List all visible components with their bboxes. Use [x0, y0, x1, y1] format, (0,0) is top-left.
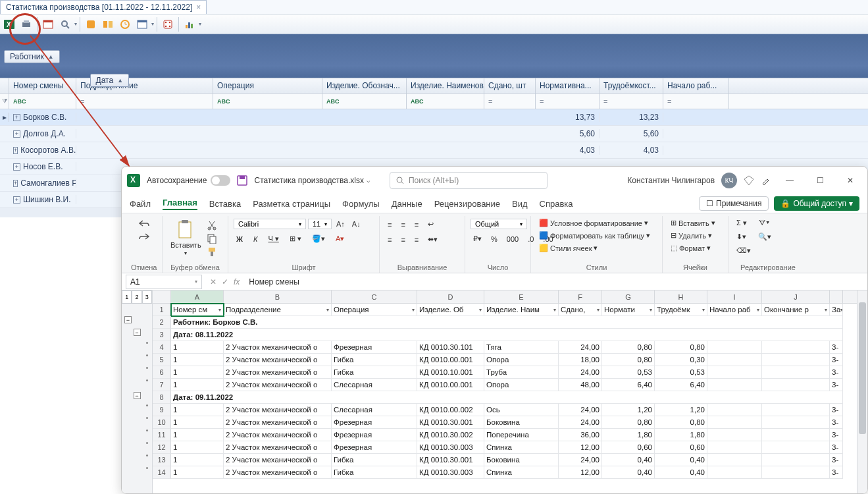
- expand-icon[interactable]: +: [13, 147, 18, 154]
- close-button[interactable]: ✕: [838, 171, 862, 190]
- wrap-text-icon[interactable]: ↩: [425, 219, 436, 230]
- sheet-row[interactable]: 1412 Участок механической оГибкаКД 0010.…: [153, 466, 857, 479]
- filter-icon[interactable]: ▾: [218, 307, 221, 313]
- sheet-row[interactable]: 612 Участок механической оГибкаКД 0010.1…: [153, 366, 857, 379]
- outline-collapse[interactable]: −: [124, 316, 132, 323]
- group-chip-worker[interactable]: Работник ▲: [4, 50, 60, 63]
- filter-input[interactable]: =: [76, 94, 213, 109]
- expand-icon[interactable]: +: [13, 114, 20, 121]
- minimize-button[interactable]: —: [778, 171, 802, 190]
- col-normative[interactable]: Нормативна...: [536, 78, 600, 93]
- align-bot-icon[interactable]: ≡: [412, 219, 421, 230]
- tab-data[interactable]: Данные: [392, 199, 422, 209]
- filter-input[interactable]: =: [484, 94, 536, 109]
- row-header[interactable]: 2: [153, 316, 171, 329]
- search-button[interactable]: [57, 16, 73, 32]
- col-B[interactable]: B: [224, 290, 332, 303]
- align-mid-icon[interactable]: ≡: [398, 219, 407, 230]
- cut-icon[interactable]: [207, 220, 217, 231]
- col-operation[interactable]: Операция: [213, 78, 322, 93]
- merge-icon[interactable]: ⬌▾: [425, 234, 440, 245]
- sheet-row[interactable]: 8Дата: 09.11.2022: [153, 391, 857, 404]
- filter-icon[interactable]: ▾: [825, 307, 827, 313]
- row-header[interactable]: 11: [153, 429, 171, 441]
- filter-icon[interactable]: ▾: [326, 307, 329, 313]
- filter-icon[interactable]: ▾: [840, 307, 843, 313]
- align-top-icon[interactable]: ≡: [385, 219, 394, 230]
- row-header[interactable]: 12: [153, 441, 171, 454]
- outline-collapse[interactable]: −: [134, 329, 141, 336]
- comments-button[interactable]: ☐ Примечания: [699, 196, 769, 211]
- undo-icon[interactable]: [138, 219, 151, 229]
- toggle-switch[interactable]: [211, 175, 230, 186]
- cell-styles-button[interactable]: 🟨 Стили ячеек ▾: [536, 242, 600, 254]
- save-icon[interactable]: [237, 175, 247, 186]
- export-excel-button[interactable]: X: [1, 16, 17, 32]
- vertical-scrollbar[interactable]: [857, 290, 867, 493]
- copy-icon[interactable]: [207, 233, 217, 244]
- conditional-format-button[interactable]: 🟥 Условное форматирование ▾: [536, 217, 651, 229]
- filter-input[interactable]: =: [663, 94, 729, 109]
- col-H[interactable]: H: [655, 290, 707, 303]
- filter-input[interactable]: ABC: [9, 94, 76, 109]
- tab-home[interactable]: Главная: [163, 198, 197, 210]
- search-input[interactable]: Поиск (Alt+Ы): [390, 172, 548, 189]
- col-delivered[interactable]: Сдано, шт: [484, 78, 536, 93]
- print-button[interactable]: [18, 16, 34, 32]
- sheet-row[interactable]: 512 Участок механической оГибкаКД 0010.0…: [153, 354, 857, 366]
- filter-icon[interactable]: ▾: [757, 307, 759, 313]
- row-header[interactable]: 14: [153, 466, 171, 479]
- col-I[interactable]: I: [707, 290, 762, 303]
- sheet-row[interactable]: 1112 Участок механической оФрезернаяКД 0…: [153, 429, 857, 441]
- filter-input[interactable]: =: [600, 94, 663, 109]
- font-name-select[interactable]: Calibri▾: [234, 219, 306, 229]
- autosave-toggle[interactable]: Автосохранение: [147, 175, 230, 186]
- tab-review[interactable]: Рецензирование: [434, 199, 500, 209]
- number-format-select[interactable]: Общий▾: [471, 219, 527, 229]
- grid-row[interactable]: +Косоротов А.В.4,034,03: [0, 142, 868, 159]
- tab-insert[interactable]: Вставка: [209, 199, 241, 209]
- filter-icon[interactable]: ▾: [597, 307, 600, 313]
- row-header[interactable]: 5: [153, 354, 171, 366]
- calendar-button[interactable]: [40, 16, 56, 32]
- sort-filter-icon[interactable]: ᗊ▾: [756, 217, 773, 229]
- clock-button[interactable]: [117, 16, 133, 32]
- clear-icon[interactable]: ⌫▾: [734, 245, 753, 256]
- align-right-icon[interactable]: ≡: [412, 234, 421, 245]
- redo-icon[interactable]: [138, 232, 151, 242]
- share-button[interactable]: 🔒 Общий доступ ▾: [774, 196, 859, 211]
- col-E[interactable]: E: [484, 290, 559, 303]
- col-product-code[interactable]: Изделие. Обознач...: [322, 78, 407, 93]
- outline-level-2[interactable]: 2: [132, 290, 141, 304]
- border-button[interactable]: ⊞ ▾: [287, 233, 304, 244]
- increase-font-icon[interactable]: A↑: [334, 219, 347, 229]
- col-shift-number[interactable]: Номер смены: [9, 78, 76, 93]
- autosum-icon[interactable]: Σ ▾: [734, 217, 750, 229]
- expand-icon[interactable]: +: [13, 180, 18, 187]
- percent-icon[interactable]: %: [488, 233, 500, 244]
- tab-layout[interactable]: Разметка страницы: [253, 199, 330, 209]
- grid-row[interactable]: ▸+Борков С.В.13,7313,23: [0, 109, 868, 126]
- filter-icon[interactable]: ▾: [650, 307, 652, 313]
- outline-collapse[interactable]: −: [134, 392, 141, 399]
- bold-button[interactable]: Ж: [234, 234, 245, 244]
- sheet-grid[interactable]: A B C D E F G H I J 1Номер см▾Подразделе…: [153, 290, 857, 493]
- cancel-formula-icon[interactable]: ✕: [210, 277, 217, 287]
- col-G[interactable]: G: [602, 290, 655, 303]
- row-header[interactable]: 10: [153, 416, 171, 429]
- avatar[interactable]: КЧ: [721, 173, 737, 188]
- filename-dropdown[interactable]: Статистика производства.xlsx ⌵: [254, 176, 369, 185]
- tab-formulas[interactable]: Формулы: [342, 199, 380, 209]
- format-painter-icon[interactable]: [207, 246, 217, 257]
- col-product-name[interactable]: Изделие. Наименова...: [407, 78, 484, 93]
- fx-icon[interactable]: fx: [234, 277, 240, 287]
- name-box[interactable]: A1▾: [126, 275, 202, 289]
- italic-button[interactable]: К: [251, 234, 260, 244]
- scrollbar-thumb[interactable]: [859, 302, 866, 434]
- col-F[interactable]: F: [559, 290, 602, 303]
- row-header[interactable]: 3: [153, 329, 171, 341]
- tab-file[interactable]: Файл: [130, 199, 151, 209]
- app-tab[interactable]: Статистика производства [01.11.2022 - 12…: [0, 0, 207, 14]
- sheet-row[interactable]: 1012 Участок механической оФрезернаяКД 0…: [153, 416, 857, 429]
- sheet-row[interactable]: 912 Участок механической оСлесарнаяКД 00…: [153, 404, 857, 416]
